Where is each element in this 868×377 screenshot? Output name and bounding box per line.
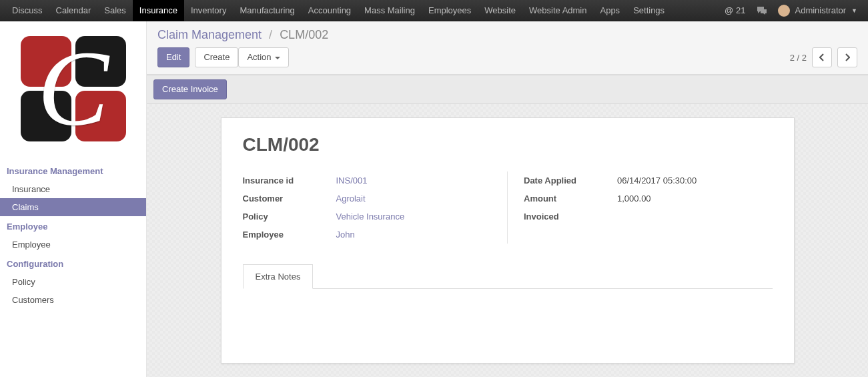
pager-next-button[interactable] — [837, 47, 857, 67]
sidebar-item-employee[interactable]: Employee — [0, 236, 146, 254]
main-area: Claim Management / CLM/002 Edit Create A… — [147, 21, 868, 377]
control-panel: Claim Management / CLM/002 Edit Create A… — [147, 21, 868, 75]
chat-button[interactable] — [751, 0, 773, 21]
status-bar: Create Invoice — [147, 75, 868, 104]
field-label: Amount — [524, 194, 617, 204]
caret-down-icon: ▼ — [851, 0, 857, 21]
toolbar-left: Edit Create — [157, 47, 238, 67]
field-row-date-applied: Date Applied06/14/2017 05:30:00 — [524, 171, 773, 190]
sidebar-section-insurance-management: Insurance Management — [0, 161, 146, 180]
field-value[interactable]: Agrolait — [336, 194, 492, 204]
field-value[interactable]: INS/001 — [336, 175, 492, 185]
topnav-manufacturing[interactable]: Manufacturing — [233, 0, 301, 21]
breadcrumb-current: CLM/002 — [280, 28, 328, 41]
pager-prev-button[interactable] — [812, 47, 832, 67]
field-label: Invoiced — [524, 212, 617, 222]
avatar — [778, 5, 790, 17]
sidebar-section-configuration: Configuration — [0, 254, 146, 273]
field-label: Insurance id — [243, 175, 336, 185]
sidebar-section-employee: Employee — [0, 216, 146, 236]
chevron-right-icon — [845, 53, 850, 61]
chat-icon — [757, 6, 767, 15]
sidebar-item-claims[interactable]: Claims — [0, 198, 146, 216]
field-row-employee: EmployeeJohn — [243, 226, 492, 244]
field-row-insurance-id: Insurance idINS/001 — [243, 171, 492, 190]
field-row-amount: Amount1,000.00 — [524, 190, 773, 208]
create-invoice-button[interactable]: Create Invoice — [153, 79, 227, 99]
field-value[interactable]: Vehicle Insurance — [336, 212, 492, 222]
company-logo: C — [0, 27, 146, 161]
top-navigation: DiscussCalendarSalesInsuranceInventoryMa… — [0, 0, 868, 21]
topnav-mass-mailing[interactable]: Mass Mailing — [358, 0, 422, 21]
pager-text: 2 / 2 — [790, 53, 807, 63]
field-value: 06/14/2017 05:30:00 — [617, 175, 773, 185]
breadcrumb-parent[interactable]: Claim Management — [157, 28, 262, 41]
message-count: 21 — [736, 0, 745, 21]
topnav-inventory[interactable]: Inventory — [184, 0, 233, 21]
topnav-calendar[interactable]: Calendar — [49, 0, 98, 21]
topnav-employees[interactable]: Employees — [422, 0, 478, 21]
form-sheet: CLM/002 Insurance idINS/001CustomerAgrol… — [221, 117, 795, 364]
field-value: 1,000.00 — [617, 194, 773, 204]
topnav-accounting[interactable]: Accounting — [302, 0, 358, 21]
field-label: Date Applied — [524, 175, 617, 185]
topnav-apps[interactable]: Apps — [593, 0, 626, 21]
at-icon: @ — [725, 0, 733, 21]
field-label: Policy — [243, 212, 336, 222]
topnav-website-admin[interactable]: Website Admin — [522, 0, 593, 21]
field-value[interactable]: John — [336, 230, 492, 240]
action-dropdown[interactable]: Action — [238, 47, 288, 67]
pager: 2 / 2 — [790, 47, 857, 67]
field-label: Customer — [243, 194, 336, 204]
record-title: CLM/002 — [243, 134, 773, 155]
notebook: Extra Notes — [243, 264, 773, 342]
topnav-sales[interactable]: Sales — [97, 0, 133, 21]
messages-indicator[interactable]: @ 21 — [719, 0, 751, 21]
topnav-discuss[interactable]: Discuss — [5, 0, 49, 21]
sidebar-item-customers[interactable]: Customers — [0, 291, 146, 309]
field-row-policy: PolicyVehicle Insurance — [243, 208, 492, 226]
create-button[interactable]: Create — [195, 47, 238, 67]
topnav-settings[interactable]: Settings — [626, 0, 671, 21]
sidebar: C Insurance ManagementInsuranceClaimsEmp… — [0, 21, 147, 377]
field-label: Employee — [243, 230, 336, 240]
topnav-website[interactable]: Website — [478, 0, 522, 21]
field-row-customer: CustomerAgrolait — [243, 190, 492, 208]
user-name: Administrator — [795, 0, 847, 21]
field-row-invoiced: Invoiced — [524, 208, 773, 226]
sidebar-item-policy[interactable]: Policy — [0, 273, 146, 291]
breadcrumb-separator: / — [269, 28, 272, 41]
user-menu[interactable]: Administrator▼ — [773, 0, 863, 21]
tab-extra-notes[interactable]: Extra Notes — [243, 264, 314, 289]
tab-pane-extra-notes — [243, 288, 773, 342]
topnav-insurance[interactable]: Insurance — [133, 0, 184, 21]
breadcrumb: Claim Management / CLM/002 — [157, 28, 857, 42]
sidebar-item-insurance[interactable]: Insurance — [0, 180, 146, 198]
edit-button[interactable]: Edit — [157, 47, 189, 67]
chevron-left-icon — [819, 53, 825, 61]
